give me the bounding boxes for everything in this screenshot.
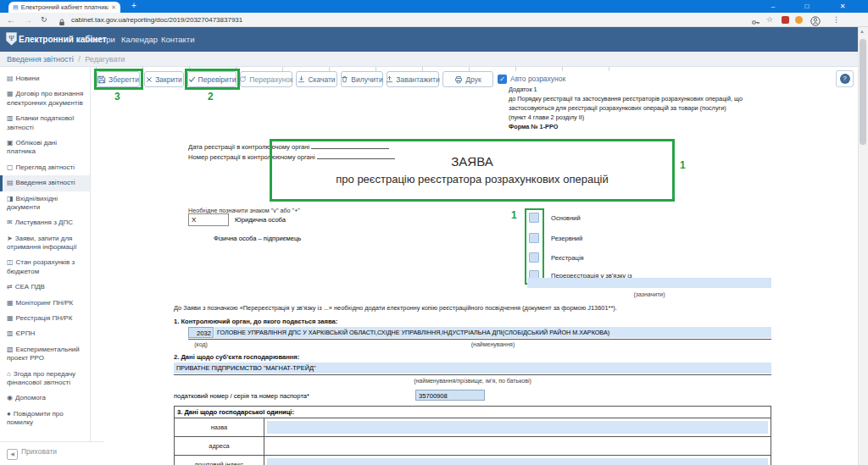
checkbox-registration-label: Реєстрація [551,254,584,262]
breadcrumb-separator: / [75,55,83,64]
sidebar-item-blanks[interactable]: ▥Бланки податкової звітності [0,111,90,136]
tab-close-icon[interactable]: ✕ [111,4,116,10]
business-name-field[interactable]: ПРИВАТНЕ ПІДПРИЄМСТВО "МАГНАТ-ТРЕЙД" [174,363,771,374]
sidebar-item-news[interactable]: ▤Новини [0,71,90,86]
sidebar-item-monitoring[interactable]: ▦Моніторинг ПН/РК [0,296,90,311]
report-view-icon: ▢ [7,163,14,171]
form-title: ЗАЯВА [272,154,672,169]
reregistration-note: До Заяви з позначкою «Перереєстрація у з… [174,304,776,312]
sidebar-item-budget-status[interactable]: ◫Стан розрахунків з бюджетом [0,255,90,280]
annotation-number-1-checkboxes: 1 [511,209,517,221]
legal-entity-mark-field[interactable]: X [188,213,229,226]
document-icon: ▦ [7,90,14,97]
specify-caption: (зазначити) [527,291,771,297]
annotation-box-save [94,69,143,90]
back-icon[interactable]: ← [7,13,15,27]
sidebar-item-report-entry[interactable]: ▤Введення звітності [0,175,90,191]
forward-icon[interactable]: → [24,13,32,27]
breadcrumb-section[interactable]: Введення звітності [7,55,74,64]
help-button[interactable]: ? [836,70,854,87]
address-url[interactable]: cabinet.tax.gov.ua/reporting/doc/2019/20… [71,13,242,27]
form-number: Форма № 1-РРО [509,123,778,132]
annotation-box-verify [185,69,240,90]
appendix-block: Додаток 1 до Порядку реєстрації та засто… [509,86,778,132]
sidebar-item-help[interactable]: ◉Допомога [0,390,90,406]
reload-icon[interactable]: ↻ [41,13,47,27]
sidebar-item-erpn[interactable]: ▥ЄРПН [0,326,90,341]
inbox-icon: ◨ [7,195,14,202]
extension-icon[interactable] [795,16,803,24]
recalc-button[interactable]: Перерахунок [240,71,292,87]
page-scrollbar-thumb[interactable] [860,39,866,145]
unit-postal-input[interactable] [264,456,771,465]
browser-menu-icon[interactable]: ⋮ [832,13,840,27]
sidebar-item-view-reports[interactable]: ▢Перегляд звітності [0,160,90,175]
tax-number-label: податковий номер / серія та номер паспор… [174,392,309,400]
window-minimize-icon[interactable]: – [763,0,783,13]
scroll-up-icon[interactable]: ▲ [860,29,865,34]
row-label-address: адреса [175,437,264,455]
table-row-address: адреса [175,436,771,455]
extension-pdf-icon[interactable] [782,16,789,24]
sidebar-collapse-button[interactable]: ◀Приховати [0,441,104,465]
annotation-box-checkboxes [525,208,544,285]
annotation-number-1-title: 1 [680,159,686,171]
tax-number-input[interactable]: 35700908 [415,390,485,401]
authority-name-field[interactable]: ГОЛОВНЕ УПРАВЛІННЯ ДПС У ХАРКІВСЬКІЙ ОБЛ… [214,327,771,338]
bookmark-star-icon[interactable]: ☆ [766,13,773,27]
help-icon: ◉ [7,394,13,401]
new-tab-button[interactable]: + [127,0,141,13]
annotation-box-title: ЗАЯВА про реєстрацію реєстратора розраху… [270,139,675,202]
sidebar-item-registration-pn-rk[interactable]: ▦Реєстрація ПН/РК [0,311,90,326]
browser-tab[interactable]: ▤ Електронний кабінет платника ✕ [8,2,120,13]
rro-icon: ▧ [7,346,14,353]
mail-icon: ✉ [7,219,13,226]
section3-header: 3. Дані щодо господарської одиниці: [175,407,771,418]
checkbox-main-label: Основний [551,214,581,222]
sidebar-item-correspondence[interactable]: ✉Листування з ДПС [0,215,90,230]
close-button[interactable]: Закрити [144,71,184,87]
sidebar-item-financial-consent[interactable]: ⌂Згода про передачу фінансової звітності [0,367,90,391]
sidebar-item-rro-project[interactable]: ▧Експериментальний проект РРО [0,342,90,367]
delete-button[interactable]: Вилучити [341,71,383,87]
monitor-icon: ▦ [7,299,14,307]
breadcrumb: Введення звітності / Редагувати [0,52,868,67]
collapse-icon: ◀ [7,449,18,460]
sidebar-item-taxpayer-data[interactable]: ▣Облікові дані платника [0,136,90,160]
window-close-icon[interactable]: ✕ [832,0,853,13]
individual-label: Фізична особа – підприємець [214,235,301,242]
authority-name-caption: (найменування) [214,341,771,347]
nav-contacts[interactable]: Контакти [161,27,195,52]
upload-icon [386,75,393,83]
refresh-icon [239,75,247,83]
unit-name-input[interactable] [264,418,771,436]
nav-registers[interactable]: Реєстри [85,27,115,52]
sidebar-item-report-error[interactable]: ●Повідомити про помилку [0,407,90,431]
section1-header: 1. Контролюючий орган, до якого подаєтьс… [174,318,337,325]
auto-calc-checkbox[interactable]: ✓ [498,75,507,84]
reregistration-reason-input[interactable] [527,278,771,288]
window-maximize-icon[interactable]: □ [797,0,817,13]
print-button[interactable]: Друк [442,71,493,87]
download-button[interactable]: Скачати [296,71,337,87]
upload-button[interactable]: Завантажити [387,71,439,87]
trash-icon [341,75,348,83]
row-label-name: назва [175,418,264,436]
error-icon: ● [7,410,11,418]
row-label-postal: поштовий індекс [175,456,264,465]
request-icon: ➤ [7,235,13,242]
nav-calendar[interactable]: Календар [121,27,158,52]
sidebar-item-inbox-outbox[interactable]: ◨Вхідні/вихідні документи [0,191,90,216]
report-entry-icon: ▤ [7,179,14,186]
unit-address-input[interactable] [264,437,771,455]
authority-code-input[interactable]: 2032 [188,327,214,338]
print-icon [454,75,463,84]
svg-text:Ψ: Ψ [8,34,14,42]
bank-icon: ⌂ [7,370,11,378]
section3-table: 3. Дані щодо господарської одиниці: назв… [174,406,771,465]
sidebar-item-requests[interactable]: ➤Заяви, запити для отримання інформації [0,231,90,256]
breadcrumb-page: Редагувати [85,55,125,64]
sidebar-item-agreement[interactable]: ▦Договір про визнання електронних докуме… [0,86,90,111]
tab-title: Електронний кабінет платника [21,3,109,11]
sidebar-item-sea-vat[interactable]: ⇄СЕА ПДВ [0,280,90,295]
